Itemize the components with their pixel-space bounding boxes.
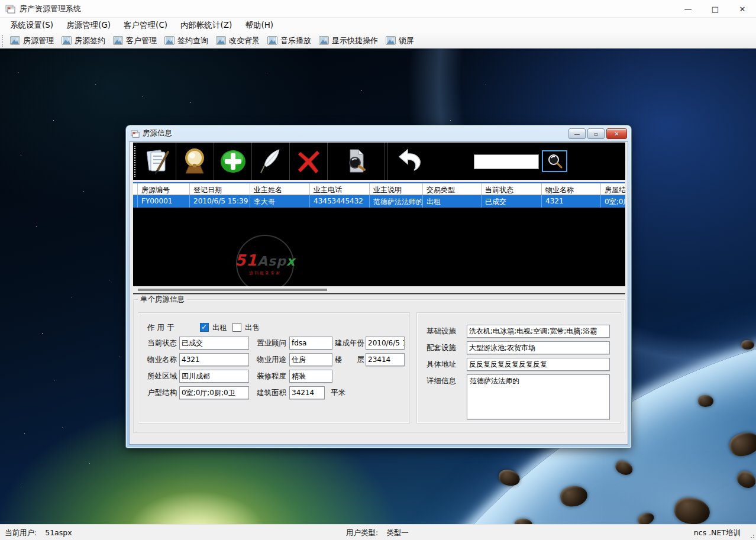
column-header[interactable]: 交易类型 <box>423 183 482 195</box>
built-year-field[interactable]: 2010/6/5 15 <box>366 337 405 350</box>
child-window-title: 房源信息 <box>143 128 172 138</box>
toolbar-change-background[interactable]: 改变背景 <box>213 34 264 48</box>
app-title: 房产资源管理系统 <box>20 4 81 14</box>
cell-current-status: 已成交 <box>482 195 542 208</box>
current-user-value: 51aspx <box>45 528 72 537</box>
close-button[interactable]: ✕ <box>729 0 756 18</box>
browse-icon <box>180 146 211 177</box>
decoration-label: 装修程度 <box>257 370 286 383</box>
agent-label: 置业顾问 <box>257 337 286 350</box>
cell-trade-type: 出租 <box>423 195 482 208</box>
toolbar-show-shortcuts[interactable]: 显示快捷操作 <box>316 34 382 48</box>
table-row[interactable]: FY00001 2010/6/5 15:39 李大哥 43453445432 范… <box>133 195 625 208</box>
menu-source-management[interactable]: 房源管理(G) <box>60 18 117 33</box>
toolbar-music-play[interactable]: 音乐播放 <box>264 34 315 48</box>
toolbar-source-management[interactable]: 房源管理 <box>7 34 58 48</box>
search-button[interactable] <box>542 150 567 172</box>
user-type-panel: 用户类型:类型一 <box>346 528 409 538</box>
cell-owner-name: 李大哥 <box>250 195 310 208</box>
column-header[interactable]: 登记日期 <box>190 183 250 195</box>
usage-field[interactable]: 住房 <box>289 353 332 366</box>
rent-checkbox[interactable] <box>200 323 209 332</box>
desktop-wallpaper: 房源信息 — ▫ ✕ <box>0 48 756 524</box>
decoration-field[interactable]: 精装 <box>289 370 332 383</box>
toolbar-signing-query[interactable]: 签约查询 <box>161 34 212 48</box>
area-label: 建筑面积 <box>257 386 286 399</box>
form-left-panel: 作 用 于 出租 出售 当前状态 已成交 置业顾问 fdsa 建成年份 2010… <box>138 312 410 423</box>
user-type-value: 类型一 <box>386 528 409 537</box>
report-button[interactable] <box>138 143 176 180</box>
grid-header: 房源编号 登记日期 业主姓名 业主电话 业主说明 交易类型 当前状态 物业名称 … <box>133 182 625 195</box>
report-icon <box>142 146 173 177</box>
toolbar-customer-management[interactable]: 客户管理 <box>110 34 161 48</box>
maximize-button[interactable]: □ <box>702 0 729 18</box>
address-field[interactable]: 反反复反复反复反复反复 <box>467 358 610 371</box>
find-button[interactable] <box>328 143 385 180</box>
menu-customer-management[interactable]: 客户管理(C) <box>117 18 174 33</box>
add-button[interactable] <box>214 143 252 180</box>
region-label: 所处区域 <box>147 370 177 383</box>
cell-house-structure: 0室;0厅;0厨;0卫 <box>601 195 625 208</box>
structure-field[interactable]: 0室;0厅;0厨;0卫 <box>179 386 249 399</box>
child-maximize-button[interactable]: ▫ <box>587 128 605 139</box>
menu-help[interactable]: 帮助(H) <box>238 18 280 33</box>
child-minimize-button[interactable]: — <box>568 128 586 139</box>
child-titlebar[interactable]: 房源信息 — ▫ ✕ <box>126 125 631 141</box>
toolbar-source-signing[interactable]: 房源签约 <box>59 34 109 48</box>
watermark-slogan: 源码服务专家 <box>249 270 281 276</box>
column-header[interactable]: 业主电话 <box>310 183 370 195</box>
column-header[interactable]: 房屋结构 <box>601 183 625 195</box>
agent-field[interactable]: fdsa <box>289 337 332 350</box>
quill-icon <box>256 146 286 177</box>
toolbar-lock-screen[interactable]: 锁屏 <box>383 34 418 48</box>
current-status-field[interactable]: 已成交 <box>179 337 249 350</box>
column-header[interactable]: 业主说明 <box>370 183 423 195</box>
row-selector[interactable] <box>133 195 138 208</box>
usage-label: 物业用途 <box>257 353 286 366</box>
toolbar-grip[interactable] <box>2 35 5 47</box>
stars-decor <box>0 48 1 49</box>
menu-internal-statistics[interactable]: 内部帐统计(Z) <box>174 18 238 33</box>
search-input[interactable] <box>474 154 539 169</box>
watermark-logo: 51Aspx 源码服务专家 <box>236 235 294 286</box>
support-facilities-label: 配套设施 <box>427 341 456 354</box>
current-user-panel: 当前用户:51aspx <box>5 528 72 538</box>
cell-owner-phone: 43453445432 <box>310 195 370 208</box>
current-status-label: 当前状态 <box>147 337 177 350</box>
detail-textarea[interactable]: 范德萨法法师的 <box>467 374 610 419</box>
rent-label: 出租 <box>212 321 227 334</box>
child-close-button[interactable]: ✕ <box>606 128 627 139</box>
delete-button[interactable] <box>290 143 328 180</box>
resize-grip[interactable] <box>749 533 755 539</box>
column-header[interactable]: 当前状态 <box>482 183 542 195</box>
main-toolbar: 房源管理 房源签约 客户管理 签约查询 改变背景 音乐播放 显示快捷操作 锁屏 <box>0 33 756 48</box>
base-facilities-field[interactable]: 洗衣机;电冰箱;电视;空调;宽带;电脑;浴霸 <box>467 325 610 338</box>
child-toolbar-grip[interactable] <box>134 146 137 177</box>
edit-button[interactable] <box>252 143 290 180</box>
scrollbar-thumb[interactable] <box>138 289 327 291</box>
column-header[interactable]: 业主姓名 <box>250 183 310 195</box>
form-icon <box>131 130 140 138</box>
support-facilities-field[interactable]: 大型游泳池;农贸市场 <box>467 341 610 354</box>
grid-empty-area: 51Aspx 源码服务专家 <box>133 208 625 286</box>
floor-field[interactable]: 23414 <box>366 353 405 366</box>
area-field[interactable]: 34214 <box>289 386 325 399</box>
add-icon <box>218 146 248 177</box>
minimize-button[interactable]: — <box>674 0 702 18</box>
sale-checkbox[interactable] <box>232 323 241 332</box>
column-header[interactable]: 房源编号 <box>138 183 190 195</box>
asteroid-decor <box>698 395 713 407</box>
undo-button[interactable] <box>391 143 429 180</box>
status-right-text: ncs .NET培训 <box>694 528 741 538</box>
property-name-field[interactable]: 4321 <box>179 353 249 366</box>
browse-button[interactable] <box>176 143 214 180</box>
screen: 房产资源管理系统 — □ ✕ 系统设置(S) 房源管理(G) 客户管理(C) 内… <box>0 0 756 540</box>
region-field[interactable]: 四川成都 <box>179 370 249 383</box>
cell-property-name: 4321 <box>542 195 601 208</box>
picture-icon <box>267 36 277 45</box>
menu-system-settings[interactable]: 系统设置(S) <box>4 18 60 33</box>
column-header[interactable]: 物业名称 <box>542 183 601 195</box>
horizontal-scrollbar[interactable] <box>133 286 625 293</box>
floor-label: 楼 层 <box>335 353 364 366</box>
search-icon <box>546 153 564 170</box>
